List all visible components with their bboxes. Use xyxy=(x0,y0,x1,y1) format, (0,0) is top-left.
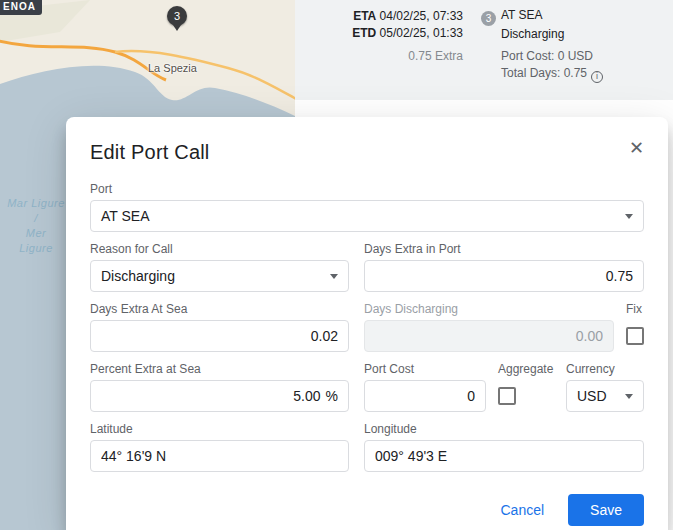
days-extra-sea-label: Days Extra At Sea xyxy=(90,302,349,316)
port-select[interactable]: AT SEA xyxy=(90,200,644,232)
percent-extra-sea-label: Percent Extra at Sea xyxy=(90,362,349,376)
port-cost-row: Port Cost Aggregate Currency USD xyxy=(364,362,644,412)
sea-label-line: Ligure xyxy=(4,241,68,256)
port-field-group: Port AT SEA xyxy=(90,182,644,232)
latitude-input[interactable] xyxy=(101,448,338,464)
port-cost-field-group: Port Cost xyxy=(364,362,486,412)
latitude-label: Latitude xyxy=(90,422,349,436)
close-icon[interactable]: ✕ xyxy=(627,137,646,159)
days-discharging-fix-row: Days Discharging Fix xyxy=(364,302,644,352)
port-call-number-badge: 3 xyxy=(481,11,496,26)
map-marker-badge: 3 xyxy=(174,10,180,22)
cancel-button[interactable]: Cancel xyxy=(486,494,558,526)
etd-value: 05/02/25, 01:33 xyxy=(380,26,463,40)
longitude-field-group: Longitude xyxy=(364,422,644,472)
dialog-title: Edit Port Call xyxy=(90,141,644,164)
days-extra-sea-field-group: Days Extra At Sea xyxy=(90,302,349,352)
reason-select-value: Discharging xyxy=(101,268,175,284)
percent-extra-sea-field-group: Percent Extra at Sea % xyxy=(90,362,349,412)
port-call-column: 3AT SEA Discharging Port Cost: 0 USD Tot… xyxy=(481,7,603,83)
days-extra-port-field-group: Days Extra in Port xyxy=(364,242,644,292)
sea-label-line: Mer xyxy=(4,226,68,241)
days-discharging-input-wrap xyxy=(364,320,614,352)
edit-port-call-form: Port AT SEA Reason for Call Discharging … xyxy=(90,182,644,472)
longitude-label: Longitude xyxy=(364,422,644,436)
aggregate-label: Aggregate xyxy=(498,362,554,376)
latitude-field-group: Latitude xyxy=(90,422,349,472)
days-discharging-field-group: Days Discharging xyxy=(364,302,614,352)
total-days-text: Total Days: 0.75 xyxy=(501,66,587,80)
days-discharging-label: Days Discharging xyxy=(364,302,614,316)
port-cost-text: Port Cost: 0 USD xyxy=(501,48,603,65)
latitude-input-wrap xyxy=(90,440,349,472)
edit-port-call-dialog: Edit Port Call ✕ Port AT SEA Reason for … xyxy=(66,117,668,530)
map-city-label: La Spezia xyxy=(148,62,197,74)
extra-days-text: 0.75 Extra xyxy=(295,48,463,65)
sea-label-line: Mar Ligure / xyxy=(4,196,68,226)
fix-checkbox[interactable] xyxy=(626,327,644,345)
port-label: Port xyxy=(90,182,644,196)
days-extra-port-input[interactable] xyxy=(375,268,633,284)
reason-label: Reason for Call xyxy=(90,242,349,256)
save-button[interactable]: Save xyxy=(568,494,644,526)
port-cost-label: Port Cost xyxy=(364,362,486,376)
voyage-summary-panel: ETA 04/02/25, 07:33 ETD 05/02/25, 01:33 … xyxy=(295,0,673,100)
port-name: AT SEA xyxy=(501,8,543,22)
etd-label: ETD xyxy=(352,26,376,40)
port-row: 3AT SEA xyxy=(481,7,603,26)
info-icon[interactable]: i xyxy=(591,71,603,83)
dialog-actions: Cancel Save xyxy=(90,494,644,526)
aggregate-field-group: Aggregate xyxy=(498,362,554,412)
eta-label: ETA xyxy=(353,9,376,23)
port-select-value: AT SEA xyxy=(101,208,150,224)
percent-extra-sea-input[interactable] xyxy=(101,388,321,404)
map-sea-label: Mar Ligure / Mer Ligure xyxy=(4,196,68,256)
aggregate-checkbox[interactable] xyxy=(498,387,516,405)
currency-select-value: USD xyxy=(577,388,607,404)
currency-select[interactable]: USD xyxy=(566,380,644,412)
fix-label: Fix xyxy=(626,302,644,316)
reason-select[interactable]: Discharging xyxy=(90,260,349,292)
fix-field-group: Fix xyxy=(626,302,644,352)
chevron-down-icon xyxy=(625,394,633,399)
days-discharging-input xyxy=(375,328,603,344)
days-extra-port-input-wrap xyxy=(364,260,644,292)
chevron-down-icon xyxy=(625,214,633,219)
days-extra-port-label: Days Extra in Port xyxy=(364,242,644,256)
percent-extra-sea-input-wrap: % xyxy=(90,380,349,412)
port-activity: Discharging xyxy=(501,26,603,43)
reason-field-group: Reason for Call Discharging xyxy=(90,242,349,292)
etd-row: ETD 05/02/25, 01:33 xyxy=(295,25,463,42)
chevron-down-icon xyxy=(330,274,338,279)
currency-field-group: Currency USD xyxy=(566,362,644,412)
total-days-row: Total Days: 0.75i xyxy=(501,65,603,83)
eta-row: ETA 04/02/25, 07:33 xyxy=(295,8,463,25)
longitude-input[interactable] xyxy=(375,448,633,464)
eta-value: 04/02/25, 07:33 xyxy=(380,9,463,23)
longitude-input-wrap xyxy=(364,440,644,472)
percent-unit: % xyxy=(326,388,338,404)
port-cost-input-wrap xyxy=(364,380,486,412)
map-city-label-genoa: ENOA xyxy=(0,0,42,15)
map-marker-pin[interactable]: 3 xyxy=(167,6,187,26)
days-extra-sea-input-wrap xyxy=(90,320,349,352)
currency-label: Currency xyxy=(566,362,644,376)
port-cost-input[interactable] xyxy=(375,388,475,404)
eta-etd-column: ETA 04/02/25, 07:33 ETD 05/02/25, 01:33 … xyxy=(295,8,463,65)
days-extra-sea-input[interactable] xyxy=(101,328,338,344)
